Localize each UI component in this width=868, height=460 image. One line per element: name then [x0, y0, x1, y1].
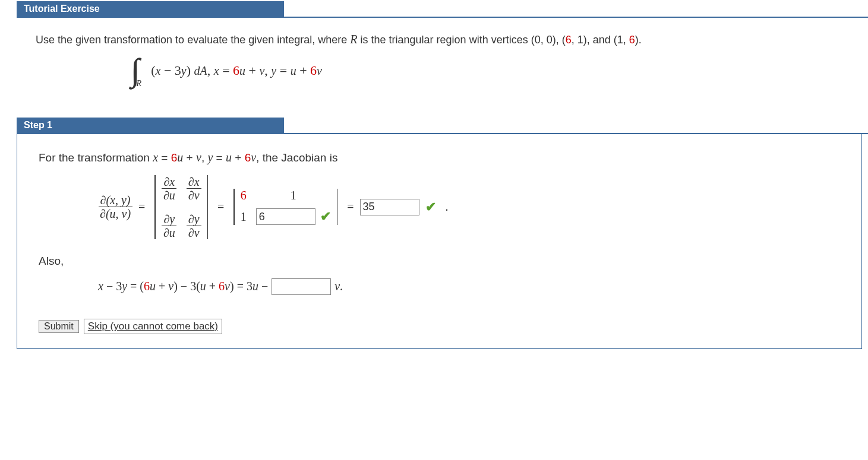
- yp: +: [296, 63, 310, 78]
- xp: +: [245, 63, 259, 78]
- l2i: ) − 3(: [173, 280, 200, 293]
- comma2: ,: [264, 63, 271, 78]
- s-yu: u: [226, 151, 232, 164]
- step1-intro: For the transformation x = 6u + v, y = u…: [39, 151, 840, 164]
- yy: y: [271, 64, 276, 77]
- check-icon-2: ✔: [425, 199, 436, 215]
- m22-input[interactable]: [256, 208, 315, 225]
- l2m: v: [225, 280, 230, 293]
- submit-button[interactable]: Submit: [39, 320, 79, 333]
- coef-input[interactable]: [272, 278, 331, 295]
- l2n: ) = 3: [230, 280, 252, 293]
- check-icon: ✔: [320, 209, 331, 224]
- skip-link[interactable]: Skip (you cannot come back): [84, 319, 222, 334]
- dydu-n: ∂y: [162, 212, 176, 226]
- eq1: =: [138, 200, 145, 214]
- y6: 6: [310, 63, 317, 78]
- l2k: +: [206, 280, 219, 293]
- step1-header: Step 1: [17, 118, 284, 133]
- s-xp: +: [183, 151, 196, 164]
- dxdv-n: ∂x: [187, 175, 201, 189]
- prompt-R: R: [350, 33, 357, 46]
- iy: y: [181, 64, 187, 77]
- vertex-6a: 6: [566, 34, 572, 46]
- l2l: 6: [219, 280, 225, 293]
- l2b: − 3: [103, 280, 122, 293]
- dydv-n: ∂y: [187, 212, 201, 226]
- l2q: v: [334, 280, 340, 293]
- s-c: ,: [201, 151, 208, 164]
- partial-determinant: ∂x∂u ∂x∂v ∂y∂u ∂y∂v: [151, 172, 212, 243]
- period: .: [446, 200, 449, 214]
- also-text: Also,: [39, 255, 840, 268]
- step1-box: For the transformation x = 6u + v, y = u…: [17, 134, 862, 349]
- prompt-end: ).: [635, 34, 642, 46]
- l2d: = (: [127, 280, 144, 293]
- l2r: .: [340, 280, 343, 293]
- s-y6: 6: [245, 151, 251, 164]
- l2a: x: [98, 280, 103, 293]
- p-close: ): [187, 63, 194, 78]
- button-row: Submit Skip (you cannot come back): [39, 319, 840, 334]
- prompt-text: Use the given transformation to evaluate…: [36, 30, 844, 49]
- det-grid-numeric: 6 1 1 ✔: [238, 185, 333, 229]
- yu: u: [291, 64, 296, 77]
- s-xeq: =: [158, 151, 171, 164]
- integral-region: R: [137, 77, 142, 90]
- eq2: =: [217, 200, 224, 214]
- m12: 1: [291, 189, 296, 202]
- l2j: u: [200, 280, 206, 293]
- l2g: +: [156, 280, 168, 293]
- s-yv: v: [251, 151, 256, 164]
- prompt-pre: Use the given transformation to evaluate…: [36, 34, 350, 46]
- prompt-mid: is the triangular region with vertices (…: [358, 34, 566, 46]
- m22-cell: ✔: [256, 208, 331, 225]
- yeq: =: [276, 63, 290, 78]
- dxdu-n: ∂x: [162, 175, 176, 189]
- integrand: (x − 3y) dA, x = 6u + v, y = u + 6v: [151, 60, 322, 81]
- s-yy: y: [207, 151, 213, 164]
- dA: dA: [194, 64, 207, 77]
- intro-post: the Jacobian is: [263, 151, 338, 164]
- jacobian-row: ∂(x, y) ∂(u, v) = ∂x∂u ∂x∂v ∂y∂u ∂y∂v = …: [98, 172, 840, 243]
- ndet-bar-r: [337, 189, 338, 225]
- s-x6: 6: [171, 151, 178, 164]
- transform-line: x − 3y = (6u + v) − 3(u + 6v) = 3u − v.: [98, 278, 840, 295]
- l2p: −: [258, 280, 268, 293]
- l2h: v: [168, 280, 173, 293]
- im: − 3: [160, 63, 181, 78]
- integral-expression: ∫∫ R (x − 3y) dA, x = 6u + v, y = u + 6v: [131, 59, 844, 82]
- tutorial-header-row: Tutorial Exercise: [17, 1, 868, 18]
- comma1: ,: [207, 63, 214, 78]
- det-result-input[interactable]: [360, 199, 419, 215]
- dydv-d: ∂v: [187, 226, 201, 239]
- dydu-d: ∂u: [162, 226, 177, 239]
- eq3: =: [347, 200, 353, 214]
- prompt-c1: , 1), and (1,: [572, 34, 629, 46]
- jacobian-fraction: ∂(x, y) ∂(u, v): [98, 193, 132, 220]
- x6: 6: [233, 63, 239, 78]
- jac-den: ∂(u, v): [98, 207, 132, 220]
- yv: v: [317, 64, 322, 77]
- s-xv: v: [196, 151, 201, 164]
- dxdv-d: ∂v: [187, 189, 201, 202]
- numeric-determinant: 6 1 1 ✔: [230, 185, 341, 229]
- intro-pre: For the transformation: [39, 151, 153, 164]
- step1-header-row: Step 1: [17, 118, 868, 134]
- l2o: u: [252, 280, 258, 293]
- s-yp: +: [232, 151, 245, 164]
- s-yeq: =: [213, 151, 226, 164]
- m21: 1: [241, 210, 247, 224]
- double-integral-icon: ∫∫: [131, 59, 132, 82]
- xu: u: [239, 64, 245, 77]
- ndet-bar-l: [233, 189, 235, 225]
- tutorial-header: Tutorial Exercise: [17, 1, 284, 17]
- vertex-6b: 6: [629, 34, 635, 46]
- m11: 6: [241, 189, 247, 202]
- s-xu: u: [177, 151, 183, 164]
- s-xx: x: [153, 151, 158, 164]
- l2e: 6: [144, 280, 150, 293]
- det-bar-r: [207, 175, 209, 239]
- xeq: =: [219, 63, 233, 78]
- det-grid-partials: ∂x∂u ∂x∂v ∂y∂u ∂y∂v: [159, 172, 204, 243]
